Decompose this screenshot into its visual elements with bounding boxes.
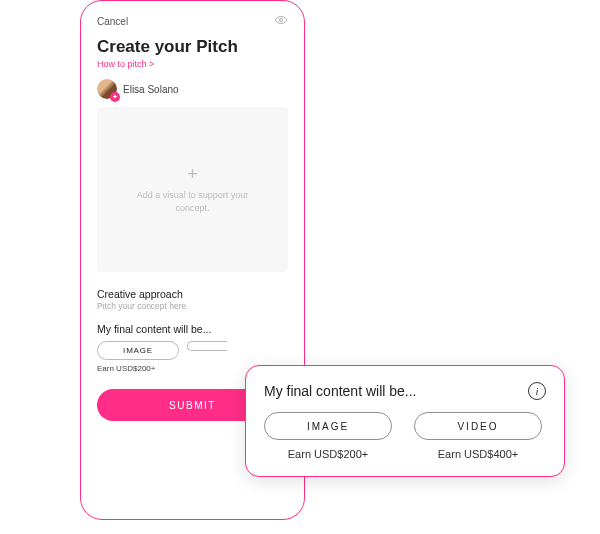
cancel-button[interactable]: Cancel [97, 16, 128, 27]
creative-approach-label: Creative approach [97, 288, 288, 300]
user-row: ✦ Elisa Solano [97, 79, 288, 99]
plus-icon: + [187, 165, 198, 183]
top-bar: Cancel [97, 13, 288, 29]
content-type-partial-chip[interactable] [187, 341, 227, 351]
user-name: Elisa Solano [123, 84, 179, 95]
avatar: ✦ [97, 79, 117, 99]
overlay-video-chip[interactable]: VIDEO [414, 412, 542, 440]
avatar-add-badge-icon: ✦ [110, 92, 120, 102]
creative-approach-hint[interactable]: Pitch your concept here [97, 301, 288, 311]
content-type-overlay: My final content will be... i IMAGE Earn… [245, 365, 565, 477]
preview-eye-icon[interactable] [274, 13, 288, 29]
overlay-title: My final content will be... [264, 383, 417, 399]
dropzone-hint: Add a visual to support your concept. [133, 189, 253, 213]
earn-image-text: Earn USD$200+ [97, 364, 155, 373]
how-to-pitch-link[interactable]: How to pitch > [97, 59, 288, 69]
overlay-image-earn: Earn USD$200+ [288, 448, 368, 460]
info-icon[interactable]: i [528, 382, 546, 400]
final-content-label: My final content will be... [97, 323, 288, 335]
visual-dropzone[interactable]: + Add a visual to support your concept. [97, 107, 288, 272]
page-title: Create your Pitch [97, 37, 288, 57]
svg-point-0 [280, 19, 283, 22]
overlay-video-earn: Earn USD$400+ [438, 448, 518, 460]
content-type-image-chip[interactable]: IMAGE [97, 341, 179, 360]
overlay-image-chip[interactable]: IMAGE [264, 412, 392, 440]
